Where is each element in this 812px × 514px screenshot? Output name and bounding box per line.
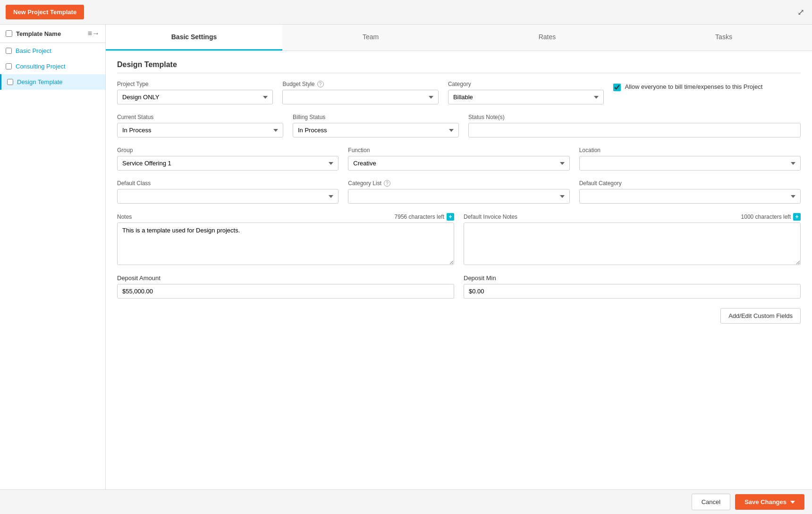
- notes-textarea[interactable]: [117, 223, 454, 265]
- invoice-notes-label: Default Invoice Notes: [464, 214, 517, 220]
- main-container: Template Name ≡→ Basic Project Consultin…: [0, 25, 812, 489]
- deposit-row: Deposit Amount Deposit Min: [117, 274, 801, 299]
- tab-team[interactable]: Team: [282, 25, 459, 51]
- custom-fields-button[interactable]: Add/Edit Custom Fields: [720, 308, 801, 324]
- category-select[interactable]: Billable Non-Billable Internal: [448, 90, 604, 104]
- save-changes-button[interactable]: Save Changes: [735, 494, 804, 510]
- default-category-label: Default Category: [579, 180, 801, 187]
- form-group-billing-status: Billing Status In Process Completed On H…: [293, 114, 459, 137]
- sidebar-item-label: Consulting Project: [16, 63, 66, 70]
- category-list-help-icon[interactable]: ?: [384, 180, 390, 187]
- sidebar-item-basic-project-checkbox[interactable]: [6, 48, 12, 54]
- sidebar-select-all-checkbox[interactable]: [6, 30, 12, 37]
- sidebar-item-consulting-project[interactable]: Consulting Project: [0, 59, 105, 74]
- deposit-amount-input[interactable]: [117, 284, 454, 299]
- current-status-select[interactable]: In Process Completed On Hold: [117, 123, 283, 137]
- sidebar: Template Name ≡→ Basic Project Consultin…: [0, 25, 106, 489]
- notes-add-button[interactable]: +: [447, 213, 454, 221]
- notes-count: 7956 characters left +: [395, 213, 454, 221]
- form-content: Design Template Project Type Design ONLY…: [106, 51, 812, 489]
- allow-billing-checkbox[interactable]: [613, 84, 621, 91]
- notes-header: Notes 7956 characters left +: [117, 213, 454, 221]
- group-label: Group: [117, 147, 338, 154]
- invoice-notes-header: Default Invoice Notes 1000 characters le…: [464, 213, 801, 221]
- sidebar-item-label: Basic Project: [16, 47, 51, 54]
- sidebar-item-basic-project[interactable]: Basic Project: [0, 43, 105, 59]
- form-row-3: Group Service Offering 1 Service Offerin…: [117, 147, 801, 171]
- tab-basic-settings[interactable]: Basic Settings: [106, 25, 282, 51]
- custom-fields-row: Add/Edit Custom Fields: [117, 308, 801, 324]
- sidebar-header-left: Template Name: [6, 30, 61, 37]
- budget-style-select[interactable]: [282, 90, 438, 104]
- bottom-bar: Cancel Save Changes: [0, 489, 812, 514]
- default-class-select[interactable]: [117, 189, 338, 204]
- form-row-4: Default Class Category List ? Default: [117, 180, 801, 204]
- category-list-label: Category List ?: [348, 180, 569, 187]
- form-group-category: Category Billable Non-Billable Internal: [448, 81, 604, 104]
- budget-style-label: Budget Style ?: [282, 81, 438, 87]
- sidebar-item-label: Design Template: [17, 78, 63, 86]
- function-select[interactable]: Creative Development Strategy: [348, 156, 569, 171]
- group-select[interactable]: Service Offering 1 Service Offering 2: [117, 156, 338, 171]
- location-select[interactable]: [579, 156, 801, 171]
- sidebar-item-consulting-project-checkbox[interactable]: [6, 63, 12, 69]
- form-row-1: Project Type Design ONLY Full Service Co…: [117, 81, 801, 104]
- category-list-select[interactable]: [348, 189, 569, 204]
- invoice-notes-add-button[interactable]: +: [793, 213, 801, 221]
- sidebar-header: Template Name ≡→: [0, 25, 105, 43]
- function-label: Function: [348, 147, 569, 154]
- form-row-2: Current Status In Process Completed On H…: [117, 114, 801, 137]
- deposit-amount-label: Deposit Amount: [117, 274, 454, 282]
- default-category-select[interactable]: [579, 189, 801, 204]
- deposit-amount-group: Deposit Amount: [117, 274, 454, 299]
- form-group-project-type: Project Type Design ONLY Full Service Co…: [117, 81, 273, 104]
- default-class-label: Default Class: [117, 180, 338, 187]
- form-group-default-category: Default Category: [579, 180, 801, 204]
- top-bar: New Project Template ⤢: [0, 0, 812, 25]
- billing-status-label: Billing Status: [293, 114, 459, 120]
- allow-billing-group: Allow everyone to bill time/expenses to …: [613, 81, 801, 91]
- new-project-button[interactable]: New Project Template: [6, 5, 84, 19]
- content-area: Basic Settings Team Rates Tasks Design T…: [106, 25, 812, 489]
- budget-style-help-icon[interactable]: ?: [317, 81, 324, 87]
- project-type-select[interactable]: Design ONLY Full Service Consulting: [117, 90, 273, 104]
- expand-icon[interactable]: ⤢: [797, 7, 804, 17]
- form-group-category-list: Category List ?: [348, 180, 569, 204]
- form-group-location: Location: [579, 147, 801, 171]
- invoice-notes-count: 1000 characters left +: [741, 213, 801, 221]
- deposit-min-input[interactable]: [464, 284, 801, 299]
- sidebar-header-label: Template Name: [16, 30, 61, 37]
- sidebar-item-design-template[interactable]: Design Template: [0, 74, 105, 90]
- location-label: Location: [579, 147, 801, 154]
- cancel-button[interactable]: Cancel: [692, 494, 730, 510]
- status-notes-label: Status Note(s): [468, 114, 801, 120]
- tab-tasks[interactable]: Tasks: [635, 25, 812, 51]
- section-title: Design Template: [117, 60, 801, 73]
- notes-row: Notes 7956 characters left + Default Inv…: [117, 213, 801, 265]
- form-group-function: Function Creative Development Strategy: [348, 147, 569, 171]
- notes-group: Notes 7956 characters left +: [117, 213, 454, 265]
- sidebar-item-design-template-checkbox[interactable]: [7, 79, 13, 85]
- form-group-group: Group Service Offering 1 Service Offerin…: [117, 147, 338, 171]
- save-dropdown-arrow-icon: [790, 501, 795, 504]
- notes-label: Notes: [117, 214, 132, 220]
- sidebar-menu-icon[interactable]: ≡→: [88, 29, 100, 38]
- tab-rates[interactable]: Rates: [459, 25, 635, 51]
- form-group-status-notes: Status Note(s): [468, 114, 801, 137]
- billing-status-select[interactable]: In Process Completed On Hold: [293, 123, 459, 137]
- status-notes-input[interactable]: [468, 123, 801, 137]
- invoice-notes-textarea[interactable]: [464, 223, 801, 265]
- form-group-budget-style: Budget Style ?: [282, 81, 438, 104]
- deposit-min-label: Deposit Min: [464, 274, 801, 282]
- current-status-label: Current Status: [117, 114, 283, 120]
- project-type-label: Project Type: [117, 81, 273, 87]
- allow-billing-label: Allow everyone to bill time/expenses to …: [625, 83, 762, 91]
- tabs: Basic Settings Team Rates Tasks: [106, 25, 812, 51]
- category-label: Category: [448, 81, 604, 87]
- form-group-default-class: Default Class: [117, 180, 338, 204]
- form-group-current-status: Current Status In Process Completed On H…: [117, 114, 283, 137]
- deposit-min-group: Deposit Min: [464, 274, 801, 299]
- invoice-notes-group: Default Invoice Notes 1000 characters le…: [464, 213, 801, 265]
